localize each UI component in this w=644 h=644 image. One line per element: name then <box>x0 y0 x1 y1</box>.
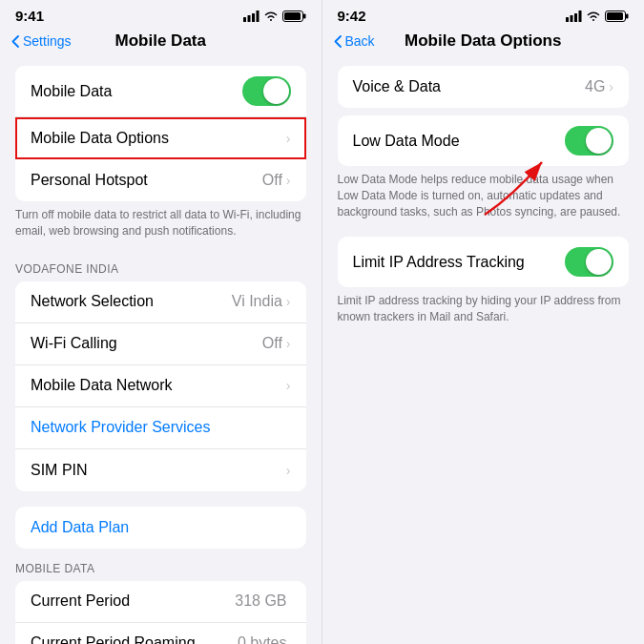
mobile-data-network-label: Mobile Data Network <box>31 377 286 394</box>
right-back-button[interactable]: Back <box>334 33 375 49</box>
limit-ip-toggle[interactable] <box>565 247 613 277</box>
low-data-mode-label: Low Data Mode <box>353 133 566 150</box>
right-back-label: Back <box>345 33 375 49</box>
svg-rect-10 <box>566 17 569 22</box>
svg-rect-1 <box>247 15 250 22</box>
left-status-icons <box>243 10 306 22</box>
svg-rect-5 <box>303 13 306 18</box>
svg-rect-13 <box>579 10 582 22</box>
vodafone-section-label: VODAFONE INDIA <box>0 249 322 281</box>
right-content: Voice & Data 4G › Low Data Mode Low Data… <box>322 58 645 644</box>
left-status-bar: 9:41 <box>0 0 322 28</box>
voice-data-chevron-icon: › <box>609 79 613 94</box>
svg-rect-16 <box>607 12 623 20</box>
voice-data-label: Voice & Data <box>353 78 585 95</box>
low-data-mode-row[interactable]: Low Data Mode <box>338 115 630 166</box>
left-panel: 9:41 <box>0 0 322 644</box>
mobile-data-label: Mobile Data <box>31 83 242 100</box>
right-signal-icon <box>566 10 582 22</box>
right-status-icons <box>566 10 629 22</box>
network-selection-row[interactable]: Network Selection Vi India › <box>15 281 306 323</box>
right-nav-title: Mobile Data Options <box>405 31 561 51</box>
personal-hotspot-chevron-icon: › <box>286 173 291 188</box>
right-nav-bar: Back Mobile Data Options <box>322 28 645 58</box>
network-selection-chevron-icon: › <box>286 294 291 309</box>
svg-rect-15 <box>626 13 629 18</box>
sim-pin-row[interactable]: SIM PIN › <box>15 449 306 491</box>
right-time: 9:42 <box>338 8 366 24</box>
svg-rect-0 <box>243 17 246 22</box>
left-time: 9:41 <box>15 8 44 24</box>
add-data-plan-row[interactable]: Add Data Plan <box>15 507 306 549</box>
mobile-data-section-label: MOBILE DATA <box>0 549 322 581</box>
wifi-calling-chevron-icon: › <box>286 336 291 351</box>
sim-pin-chevron-icon: › <box>286 463 291 478</box>
current-period-row: Current Period 318 GB <box>15 581 306 623</box>
left-nav-title: Mobile Data <box>115 31 206 51</box>
signal-icon <box>243 10 260 22</box>
current-period-label: Current Period <box>31 592 235 610</box>
current-period-roaming-value: 0 bytes <box>238 634 287 644</box>
battery-icon <box>282 10 306 22</box>
current-period-value: 318 GB <box>235 592 286 610</box>
current-period-roaming-row: Current Period Roaming 0 bytes <box>15 623 306 644</box>
mobile-data-network-row[interactable]: Mobile Data Network › <box>15 365 306 407</box>
svg-rect-2 <box>252 13 255 22</box>
sim-pin-label: SIM PIN <box>31 462 286 479</box>
mobile-data-row[interactable]: Mobile Data <box>15 66 306 117</box>
voice-data-row[interactable]: Voice & Data 4G › <box>338 66 630 108</box>
mobile-data-network-chevron-icon: › <box>286 378 291 393</box>
mobile-data-note: Turn off mobile data to restrict all dat… <box>0 201 322 249</box>
network-selection-label: Network Selection <box>31 293 232 310</box>
right-panel: 9:42 Back <box>322 0 645 644</box>
left-back-chevron-icon <box>11 35 19 48</box>
add-data-plan-label: Add Data Plan <box>31 519 129 536</box>
network-provider-services-label: Network Provider Services <box>31 419 211 436</box>
left-back-label: Settings <box>23 33 72 49</box>
wifi-calling-row[interactable]: Wi-Fi Calling Off › <box>15 323 306 365</box>
wifi-icon <box>263 10 279 22</box>
low-data-mode-toggle[interactable] <box>565 126 613 156</box>
network-selection-value: Vi India <box>232 293 282 310</box>
right-wifi-icon <box>586 10 601 22</box>
limit-ip-row[interactable]: Limit IP Address Tracking <box>338 237 630 287</box>
voice-data-value: 4G <box>585 78 605 95</box>
mobile-data-options-row[interactable]: Mobile Data Options › <box>15 117 306 159</box>
right-status-bar: 9:42 <box>322 0 645 28</box>
low-data-mode-note: Low Data Mode helps reduce mobile data u… <box>322 166 645 229</box>
right-back-chevron-icon <box>334 35 342 48</box>
left-back-button[interactable]: Settings <box>11 33 72 49</box>
svg-rect-6 <box>284 12 301 20</box>
right-battery-icon <box>605 10 629 22</box>
personal-hotspot-value: Off <box>262 172 282 189</box>
mobile-data-toggle[interactable] <box>242 76 291 106</box>
mobile-data-options-chevron-icon: › <box>286 131 291 146</box>
svg-rect-3 <box>256 10 259 22</box>
limit-ip-label: Limit IP Address Tracking <box>353 254 566 271</box>
svg-rect-11 <box>571 15 573 22</box>
left-content: Mobile Data Mobile Data Options › Person… <box>0 58 322 644</box>
mobile-data-options-label: Mobile Data Options <box>31 130 286 147</box>
personal-hotspot-label: Personal Hotspot <box>31 172 262 189</box>
personal-hotspot-row[interactable]: Personal Hotspot Off › <box>15 159 306 201</box>
svg-rect-12 <box>574 13 577 22</box>
limit-ip-note: Limit IP address tracking by hiding your… <box>322 287 645 335</box>
network-provider-services-row[interactable]: Network Provider Services <box>15 407 306 449</box>
wifi-calling-value: Off <box>262 335 282 352</box>
wifi-calling-label: Wi-Fi Calling <box>31 335 262 352</box>
left-nav-bar: Settings Mobile Data <box>0 28 322 58</box>
current-period-roaming-label: Current Period Roaming <box>31 634 238 644</box>
